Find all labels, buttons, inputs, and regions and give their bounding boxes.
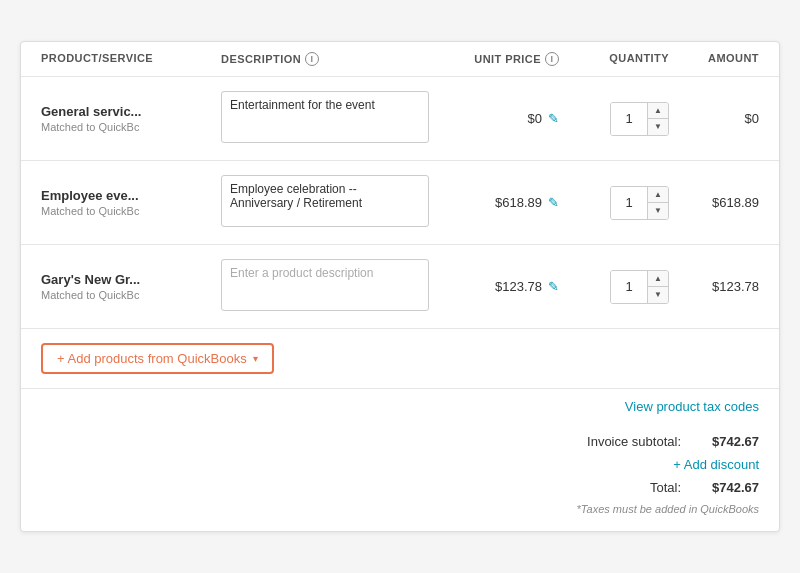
quantity-arrows: ▲ ▼ (647, 103, 668, 135)
summary-section: Invoice subtotal: $742.67 + Add discount… (21, 424, 779, 531)
product-match: Matched to QuickBc (41, 205, 221, 217)
quantity-input[interactable] (611, 103, 647, 135)
quantity-arrows: ▲ ▼ (647, 187, 668, 219)
invoice-subtotal-label: Invoice subtotal: (587, 434, 681, 449)
tax-codes-row: View product tax codes (21, 389, 779, 424)
product-name: Employee eve... (41, 188, 221, 203)
quantity-control: ▲ ▼ (610, 186, 669, 220)
add-products-row: + Add products from QuickBooks ▾ (21, 329, 779, 389)
product-service-cell: General servic... Matched to QuickBc (41, 104, 221, 133)
col-header-unit-price: UNIT PRICE i (429, 52, 559, 66)
quantity-up-button[interactable]: ▲ (648, 187, 668, 203)
quantity-input[interactable] (611, 271, 647, 303)
quantity-down-button[interactable]: ▼ (648, 119, 668, 135)
invoice-subtotal-line: Invoice subtotal: $742.67 (587, 434, 759, 449)
product-name: Gary's New Gr... (41, 272, 221, 287)
col-header-quantity: QUANTITY (559, 52, 669, 66)
unit-price-cell: $123.78 ✎ (429, 279, 559, 294)
quantity-cell: ▲ ▼ (559, 270, 669, 304)
invoice-subtotal-value: $742.67 (689, 434, 759, 449)
quantity-down-button[interactable]: ▼ (648, 203, 668, 219)
invoice-card: PRODUCT/SERVICE DESCRIPTION i UNIT PRICE… (20, 41, 780, 532)
unit-price-cell: $618.89 ✎ (429, 195, 559, 210)
description-cell: Entertainment for the event (221, 91, 429, 146)
quantity-up-button[interactable]: ▲ (648, 103, 668, 119)
description-textarea[interactable] (221, 259, 429, 311)
description-info-icon[interactable]: i (305, 52, 319, 66)
view-tax-codes-link[interactable]: View product tax codes (625, 399, 759, 414)
product-match: Matched to QuickBc (41, 121, 221, 133)
chevron-down-icon: ▾ (253, 353, 258, 364)
amount-cell: $618.89 (669, 195, 759, 210)
col-header-description: DESCRIPTION i (221, 52, 429, 66)
table-row: Gary's New Gr... Matched to QuickBc $123… (21, 245, 779, 329)
product-match: Matched to QuickBc (41, 289, 221, 301)
amount-cell: $0 (669, 111, 759, 126)
description-textarea[interactable]: Entertainment for the event (221, 91, 429, 143)
unit-price-value: $123.78 (495, 279, 542, 294)
total-label: Total: (650, 480, 681, 495)
total-line: Total: $742.67 (650, 480, 759, 495)
add-discount-link[interactable]: + Add discount (673, 457, 759, 472)
unit-price-value: $0 (528, 111, 542, 126)
add-discount-line: + Add discount (673, 457, 759, 472)
unit-price-cell: $0 ✎ (429, 111, 559, 126)
quantity-cell: ▲ ▼ (559, 186, 669, 220)
table-row: Employee eve... Matched to QuickBc Emplo… (21, 161, 779, 245)
edit-price-icon[interactable]: ✎ (548, 279, 559, 294)
unit-price-value: $618.89 (495, 195, 542, 210)
edit-price-icon[interactable]: ✎ (548, 195, 559, 210)
col-header-amount: AMOUNT (669, 52, 759, 66)
add-products-button[interactable]: + Add products from QuickBooks ▾ (41, 343, 274, 374)
description-cell (221, 259, 429, 314)
table-row: General servic... Matched to QuickBc Ent… (21, 77, 779, 161)
col-header-product: PRODUCT/SERVICE (41, 52, 221, 66)
quantity-up-button[interactable]: ▲ (648, 271, 668, 287)
quantity-control: ▲ ▼ (610, 270, 669, 304)
quantity-arrows: ▲ ▼ (647, 271, 668, 303)
unit-price-info-icon[interactable]: i (545, 52, 559, 66)
total-value: $742.67 (689, 480, 759, 495)
quantity-cell: ▲ ▼ (559, 102, 669, 136)
description-cell: Employee celebration -- Anniversary / Re… (221, 175, 429, 230)
description-textarea[interactable]: Employee celebration -- Anniversary / Re… (221, 175, 429, 227)
taxes-note: *Taxes must be added in QuickBooks (577, 503, 759, 515)
product-service-cell: Employee eve... Matched to QuickBc (41, 188, 221, 217)
quantity-control: ▲ ▼ (610, 102, 669, 136)
add-products-label: + Add products from QuickBooks (57, 351, 247, 366)
edit-price-icon[interactable]: ✎ (548, 111, 559, 126)
quantity-input[interactable] (611, 187, 647, 219)
product-service-cell: Gary's New Gr... Matched to QuickBc (41, 272, 221, 301)
amount-cell: $123.78 (669, 279, 759, 294)
product-name: General servic... (41, 104, 221, 119)
quantity-down-button[interactable]: ▼ (648, 287, 668, 303)
table-header: PRODUCT/SERVICE DESCRIPTION i UNIT PRICE… (21, 42, 779, 77)
